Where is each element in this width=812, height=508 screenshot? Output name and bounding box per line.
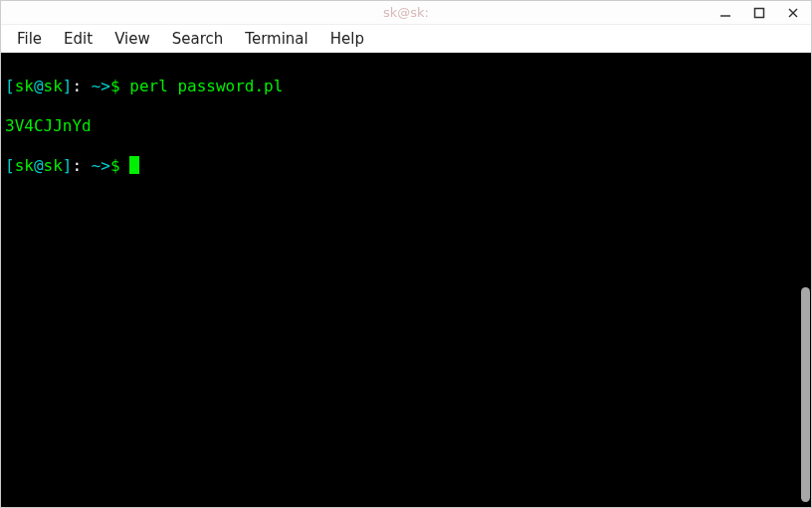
prompt-host: sk: [44, 156, 63, 175]
prompt-bracket: ]: [63, 77, 73, 95]
scrollbar[interactable]: [799, 53, 811, 507]
command-output: 3V4CJJnYd: [5, 116, 92, 135]
close-icon: [787, 7, 799, 19]
prompt-colon: :: [72, 77, 91, 95]
menu-help[interactable]: Help: [320, 27, 374, 51]
prompt-user: sk: [15, 156, 34, 175]
menu-view[interactable]: View: [104, 27, 160, 51]
prompt-at: @: [34, 77, 44, 95]
maximize-button[interactable]: [747, 3, 771, 23]
prompt-bracket: ]: [63, 156, 73, 175]
terminal-line: [sk@sk]: ~>$ perl password.pl: [5, 77, 807, 96]
prompt-at: @: [34, 156, 44, 175]
terminal-line: [sk@sk]: ~>$: [5, 156, 807, 176]
prompt-colon: :: [72, 156, 91, 175]
menu-file[interactable]: File: [7, 27, 52, 51]
prompt-bracket: [: [5, 77, 15, 95]
scrollbar-thumb[interactable]: [801, 287, 810, 502]
command-text: perl password.pl: [129, 77, 283, 95]
window-title: sk@sk:: [383, 5, 429, 20]
minimize-icon: [719, 7, 731, 19]
prompt-path: ~>: [92, 156, 110, 175]
prompt-dollar: $: [110, 77, 129, 95]
prompt-host: sk: [44, 77, 63, 95]
menu-search[interactable]: Search: [162, 27, 234, 51]
menubar: File Edit View Search Terminal Help: [1, 25, 811, 53]
terminal-content: [sk@sk]: ~>$ perl password.pl 3V4CJJnYd …: [1, 53, 811, 220]
window-controls: [713, 1, 805, 25]
minimize-button[interactable]: [713, 3, 737, 23]
prompt-bracket: [: [5, 156, 15, 175]
titlebar: sk@sk:: [1, 1, 811, 25]
menu-edit[interactable]: Edit: [54, 27, 102, 51]
close-button[interactable]: [781, 3, 805, 23]
terminal-area[interactable]: [sk@sk]: ~>$ perl password.pl 3V4CJJnYd …: [1, 53, 811, 507]
prompt-path: ~>: [92, 77, 110, 95]
terminal-window: sk@sk: File Edit View Search Termi: [0, 0, 812, 508]
prompt-user: sk: [15, 77, 34, 95]
maximize-icon: [753, 7, 765, 19]
prompt-dollar: $: [110, 156, 129, 175]
terminal-line: 3V4CJJnYd: [5, 116, 807, 136]
svg-rect-1: [755, 9, 764, 18]
cursor-icon: [129, 156, 139, 174]
menu-terminal[interactable]: Terminal: [235, 27, 317, 51]
